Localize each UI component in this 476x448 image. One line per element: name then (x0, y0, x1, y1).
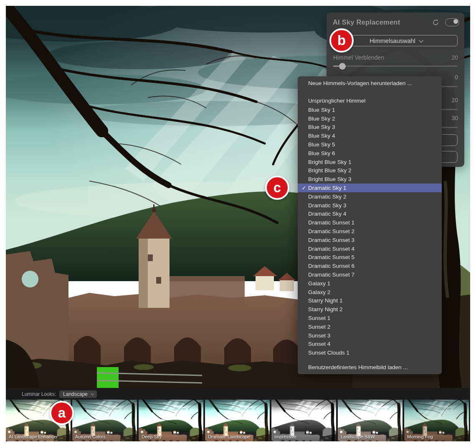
checkmark-icon: ✓ (300, 185, 308, 191)
menu-item-download-skies[interactable]: Neue Himmels-Vorlagen herunterladen ... (298, 78, 442, 88)
menu-item-sky-preset[interactable]: Bright Blue Sky 3 (298, 175, 442, 184)
menu-item-sky-preset[interactable]: Galaxy 2 (298, 288, 442, 297)
menu-item-sky-preset[interactable]: Dramatic Sunset 3 (298, 236, 442, 244)
menu-item-sky-preset[interactable]: Sunset 3 (298, 331, 442, 340)
menu-item-sky-preset[interactable]: Blue Sky 6 (298, 149, 442, 158)
menu-item-sky-preset[interactable]: Dramatic Sunset 5 (298, 253, 442, 262)
menu-item-sky-preset[interactable]: Sunset 1 (298, 314, 442, 322)
slider-value: 30 (451, 115, 458, 121)
menu-item-original-sky[interactable]: Ursprünglicher Himmel (298, 96, 442, 106)
chevron-down-icon (419, 38, 423, 42)
menu-item-load-custom-sky[interactable]: Benutzerdefiniertes Himmelbild laden ... (298, 362, 442, 372)
menu-item-sky-preset[interactable]: Blue Sky 2 (298, 114, 442, 123)
annotation-badge-b: b (329, 28, 354, 53)
menu-item-sky-preset[interactable]: Dramatic Sky 3 (298, 201, 442, 210)
slider-label: Himmel Verblenden (333, 54, 384, 61)
menu-item-sky-preset[interactable]: Sunset 4 (298, 340, 442, 349)
menu-item-sky-preset[interactable]: Bright Blue Sky 2 (298, 166, 442, 175)
menu-item-sky-preset[interactable]: Blue Sky 5 (298, 140, 442, 149)
panel-title: AI Sky Replacement (333, 18, 432, 26)
slider-knob[interactable] (339, 63, 346, 70)
menu-item-sky-preset[interactable]: Blue Sky 4 (298, 131, 442, 140)
look-preset-thumbnail[interactable]: Morning Fog (404, 400, 469, 441)
menu-item-sky-preset[interactable]: Starry Night 1 (298, 297, 442, 305)
looks-category-dropdown[interactable]: Landscape (59, 390, 97, 398)
look-preset-thumbnail[interactable]: Impressive (271, 400, 336, 441)
slider-value: 20 (451, 97, 458, 103)
menu-item-sky-preset[interactable]: Starry Night 2 (298, 305, 442, 314)
look-preset-thumbnail[interactable]: Landscape B&W (338, 400, 403, 441)
slider-value: 0 (455, 74, 458, 81)
sky-selection-menu: Neue Himmels-Vorlagen herunterladen ... … (298, 76, 442, 374)
menu-item-sky-preset[interactable]: Dramatic Sky 4 (298, 210, 442, 219)
looks-thumbnails: AI Landscape Enhancer Autumn Colors Deep… (6, 400, 469, 441)
chevron-down-icon (91, 392, 94, 395)
luminar-looks-strip: Luminar Looks: Landscape AI Landscape En… (6, 388, 470, 441)
menu-item-sky-preset[interactable]: Dramatic Sky 2 (298, 192, 442, 201)
menu-item-sky-preset[interactable]: Dramatic Sunset 2 (298, 227, 442, 236)
look-preset-thumbnail[interactable]: Deep Sky (139, 400, 203, 441)
menu-item-sky-preset[interactable]: Galaxy 1 (298, 279, 442, 288)
menu-item-sky-preset[interactable]: Sunset Clouds 1 (298, 348, 442, 357)
editor-window: AI Sky Replacement Himmelsauswahl Himmel… (0, 0, 476, 448)
menu-item-sky-preset[interactable]: Blue Sky 3 (298, 123, 442, 132)
look-preset-thumbnail[interactable]: Dramatic Landscape (205, 400, 270, 441)
menu-item-sky-preset[interactable]: Blue Sky 1 (298, 106, 442, 114)
menu-item-sky-preset[interactable]: Dramatic Sunset 4 (298, 244, 442, 253)
annotation-badge-a: a (50, 401, 74, 425)
menu-item-sky-preset[interactable]: Dramatic Sunset 6 (298, 262, 442, 270)
menu-item-sky-preset[interactable]: ✓ Dramatic Sky 1 (298, 184, 442, 192)
looks-label: Luminar Looks: (22, 391, 56, 397)
sky-blend-slider[interactable] (333, 65, 458, 67)
menu-item-sky-preset[interactable]: Bright Blue Sky 1 (298, 158, 442, 166)
slider-value: 20 (451, 54, 458, 61)
menu-item-sky-preset[interactable]: Dramatic Sunset 7 (298, 270, 442, 279)
panel-toggle[interactable] (445, 18, 459, 26)
menu-item-sky-preset[interactable]: Sunset 2 (298, 322, 442, 331)
look-preset-thumbnail[interactable]: Autumn Colors (72, 400, 137, 441)
sky-preset-list: Blue Sky 1 Blue Sky 2 Blue Sky 3 Blue Sk… (298, 106, 442, 357)
reset-icon[interactable] (432, 18, 440, 26)
annotation-badge-c: c (265, 176, 289, 200)
menu-item-sky-preset[interactable]: Dramatic Sunset 1 (298, 218, 442, 227)
